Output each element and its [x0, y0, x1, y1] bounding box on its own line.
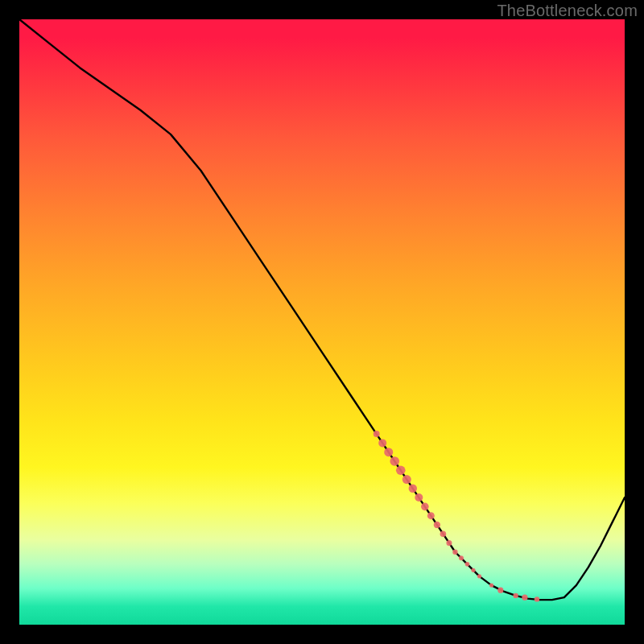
curve-marker	[374, 431, 380, 437]
curve-marker	[409, 485, 417, 493]
curve-marker	[446, 540, 452, 546]
curve-marker	[421, 503, 429, 511]
curve-markers	[374, 431, 539, 602]
curve-marker	[477, 574, 481, 578]
curve-marker	[535, 597, 539, 601]
curve-marker	[513, 593, 518, 598]
curve-marker	[434, 522, 440, 528]
watermark-text: TheBottleneck.com	[497, 2, 638, 20]
curve-marker	[440, 530, 447, 537]
curve-marker	[427, 512, 435, 519]
curve-marker	[452, 550, 457, 555]
curve-marker	[497, 588, 503, 593]
bottleneck-curve	[19, 19, 625, 600]
curve-marker	[489, 584, 493, 588]
curve-marker	[471, 568, 475, 572]
curve-marker	[415, 493, 423, 502]
curve-marker	[522, 595, 527, 601]
curve-marker	[396, 465, 406, 475]
curve-marker	[390, 456, 399, 466]
curve-marker	[459, 555, 464, 560]
chart-svg	[19, 19, 625, 625]
curve-marker	[465, 562, 470, 567]
curve-marker	[384, 448, 393, 456]
curve-marker	[378, 439, 386, 447]
chart-frame	[19, 19, 625, 625]
curve-marker	[402, 475, 411, 484]
